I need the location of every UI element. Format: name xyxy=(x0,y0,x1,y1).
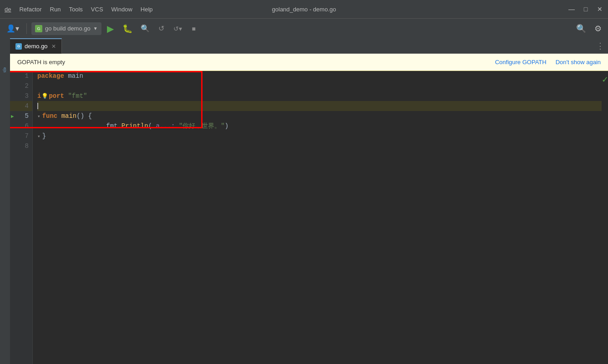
debug-button[interactable]: 🐛 xyxy=(120,21,135,36)
run-button[interactable]: ▶ xyxy=(104,21,117,36)
menu-item-window[interactable]: Window xyxy=(111,6,132,13)
param-label: a...: xyxy=(156,122,175,130)
notification-text: GOPATH is empty xyxy=(17,59,486,66)
tab-label: demo.go xyxy=(25,43,48,50)
maximize-button[interactable]: □ xyxy=(582,5,589,13)
tabs-bar: G demo.go ✕ ⋮ xyxy=(10,38,608,54)
line-number-6: 6 xyxy=(10,121,32,131)
line-number-2: 2 xyxy=(10,81,32,91)
fold-indicator-5[interactable]: ▾ xyxy=(37,113,41,119)
window-controls: — □ ✕ xyxy=(568,5,603,13)
run-gutter-icon[interactable]: ▶ xyxy=(11,113,14,119)
left-gutter: ejs xyxy=(0,38,10,364)
menu-item-refactor[interactable]: Refactor xyxy=(19,6,41,13)
paren-open: ( xyxy=(148,122,152,130)
line-numbers: 1 2 3 4 ▶ 5 6 7 8 xyxy=(10,71,33,364)
editor-area: G demo.go ✕ ⋮ GOPATH is empty Configure … xyxy=(10,38,608,364)
no-errors-indicator: ✓ xyxy=(602,75,608,85)
keyword-import: i xyxy=(37,92,41,100)
run-config-label: go build demo.go xyxy=(45,25,91,32)
string-value: "你好，世界。" xyxy=(179,122,225,130)
close-button[interactable]: ✕ xyxy=(596,5,603,13)
run-config-selector[interactable]: G go build demo.go ▼ xyxy=(31,22,101,35)
paren-close: ) xyxy=(225,122,228,130)
lightbulb-icon[interactable]: 💡 xyxy=(41,93,48,100)
code-line-4 xyxy=(37,101,602,111)
go-file-icon: G xyxy=(15,43,22,50)
keyword-package: package xyxy=(37,72,64,80)
code-line-1: package main xyxy=(37,71,602,81)
settings-button[interactable]: ⚙ xyxy=(592,21,604,36)
tab-demo-go[interactable]: G demo.go ✕ xyxy=(10,38,62,54)
dont-show-again-link[interactable]: Don't show again xyxy=(556,59,601,66)
tabs-more-button[interactable]: ⋮ xyxy=(596,41,604,51)
menu-item-tools[interactable]: Tools xyxy=(69,6,82,13)
stop-button[interactable]: ■ xyxy=(187,21,200,36)
profile-button[interactable]: 👤▾ xyxy=(4,21,22,36)
dot-1: . xyxy=(117,122,121,130)
line-number-7: 7 xyxy=(10,131,32,141)
line-number-4: 4 xyxy=(10,101,32,111)
code-line-8 xyxy=(37,141,602,151)
code-editor[interactable]: 1 2 3 4 ▶ 5 6 7 8 package main xyxy=(10,71,608,364)
title-bar-left: de Refactor Run Tools VCS Window Help xyxy=(5,6,153,13)
minimize-button[interactable]: — xyxy=(568,5,575,13)
code-line-6: fmt.Println( a...: "你好，世界。") xyxy=(37,121,602,131)
line-number-3: 3 xyxy=(10,91,32,101)
import-fmt: "fmt" xyxy=(68,92,87,100)
toolbar-separator-1 xyxy=(26,23,27,34)
line-number-8: 8 xyxy=(10,141,32,151)
menu-item-run[interactable]: Run xyxy=(50,6,61,13)
go-icon: G xyxy=(35,25,42,32)
menu-item-help[interactable]: Help xyxy=(141,6,153,13)
package-name: main xyxy=(68,72,83,80)
menu-bar: de Refactor Run Tools VCS Window Help xyxy=(5,6,153,13)
cursor xyxy=(37,103,38,109)
tab-close-button[interactable]: ✕ xyxy=(51,43,56,50)
println-fn: Println xyxy=(122,122,148,130)
toolbar: 👤▾ G go build demo.go ▼ ▶ 🐛 🔍 ↺ ↺▾ ■ 🔍 ⚙ xyxy=(0,18,608,38)
closing-brace: } xyxy=(42,132,46,140)
coverage-button[interactable]: 🔍 xyxy=(138,21,152,36)
menu-item-vcs[interactable]: VCS xyxy=(91,6,103,13)
code-line-2 xyxy=(37,81,602,91)
line-number-1: 1 xyxy=(10,71,32,81)
line-number-5: ▶ 5 xyxy=(10,111,32,121)
fmt-pkg: fmt xyxy=(106,122,117,130)
title-bar: de Refactor Run Tools VCS Window Help go… xyxy=(0,0,608,18)
code-line-7: ▾} xyxy=(37,131,602,141)
search-button[interactable]: 🔍 xyxy=(573,21,589,36)
fold-indicator-7[interactable]: ▾ xyxy=(37,133,41,139)
code-line-3: i💡port "fmt" xyxy=(37,91,602,101)
rerun-button[interactable]: ↺ xyxy=(155,21,168,36)
configure-gopath-link[interactable]: Configure GOPATH xyxy=(495,59,547,66)
rerun-with-coverage-button[interactable]: ↺▾ xyxy=(171,21,185,36)
keyword-import-rest: port xyxy=(49,92,64,100)
notification-banner: GOPATH is empty Configure GOPATH Don't s… xyxy=(10,54,608,71)
code-line-5: ▾func main() { xyxy=(37,111,602,121)
main-area: ejs G demo.go ✕ ⋮ GOPATH is empty Config… xyxy=(0,38,608,364)
right-gutter: ✓ xyxy=(602,71,608,364)
window-title: goland_demo - demo.go xyxy=(272,6,336,13)
menu-item-de[interactable]: de xyxy=(5,6,11,13)
code-content[interactable]: package main i💡port "fmt" ▾func main() { xyxy=(33,71,602,364)
run-config-dropdown-icon: ▼ xyxy=(93,26,98,31)
